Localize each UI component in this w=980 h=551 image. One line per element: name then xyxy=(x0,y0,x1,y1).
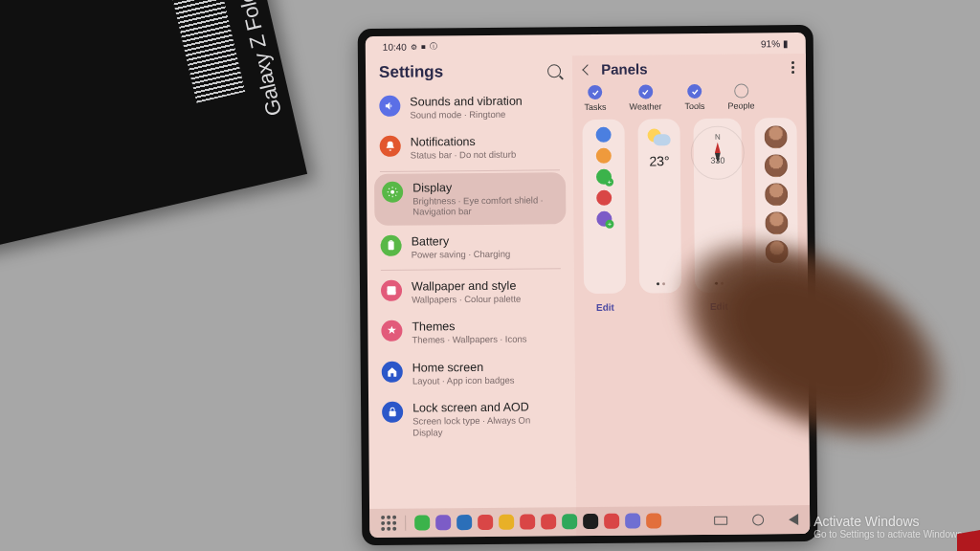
settings-item-wallpaper-and-style[interactable]: Wallpaper and styleWallpapers · Colour p… xyxy=(368,271,575,313)
panel-card-weather[interactable]: 23° xyxy=(638,119,682,293)
panels-title: Panels xyxy=(601,60,648,77)
settings-item-title: Sounds and vibration xyxy=(410,95,523,110)
svg-rect-4 xyxy=(390,411,396,417)
panel-card-people[interactable] xyxy=(754,118,798,292)
back-icon[interactable] xyxy=(583,64,593,75)
settings-item-title: Home screen xyxy=(412,360,515,375)
dock xyxy=(369,505,810,538)
avatar xyxy=(766,240,789,263)
panel-card-tools[interactable]: N 330 Edit xyxy=(694,119,743,293)
apps-grid-icon[interactable] xyxy=(381,516,396,531)
panel-chip-label: Weather xyxy=(630,101,662,111)
check-icon xyxy=(734,84,748,99)
dock-app-icon[interactable] xyxy=(457,515,472,530)
panel-chip-label: Tasks xyxy=(585,102,607,112)
settings-item-subtitle: Themes · Wallpapers · Icons xyxy=(412,334,526,345)
panel-chip-people[interactable]: People xyxy=(727,83,754,110)
panel-card-tasks[interactable]: ++ Edit xyxy=(583,120,627,294)
settings-item-subtitle: Power saving · Charging xyxy=(412,248,511,259)
edit-tasks[interactable]: Edit xyxy=(596,302,614,313)
volume-icon xyxy=(379,96,400,117)
bell-icon xyxy=(380,136,401,157)
product-box: Galaxy Z Fold6 xyxy=(0,0,307,252)
settings-item-lock-screen-and-aod[interactable]: Lock screen and AODScreen lock type · Al… xyxy=(368,392,576,446)
search-icon[interactable] xyxy=(547,64,561,77)
dock-app-icon[interactable] xyxy=(435,515,451,530)
settings-item-subtitle: Status bar · Do not disturb xyxy=(411,149,516,161)
product-name: Galaxy Z Fold6 xyxy=(232,0,287,119)
badge: + xyxy=(605,178,613,187)
barcode xyxy=(160,0,245,103)
dock-app-icon[interactable] xyxy=(541,514,556,529)
compass-icon: N 330 xyxy=(691,126,745,180)
settings-item-subtitle: Brightness · Eye comfort shield · Naviga… xyxy=(412,194,558,217)
status-right-icons: 91% ▮ xyxy=(761,38,789,49)
settings-item-battery[interactable]: BatteryPower saving · Charging xyxy=(367,226,574,268)
settings-item-title: Display xyxy=(412,180,558,195)
battery-icon xyxy=(381,234,402,255)
app-shortcut-icon: + xyxy=(596,169,612,185)
check-icon xyxy=(588,85,602,99)
svg-rect-2 xyxy=(390,240,392,241)
panel-chip-weather[interactable]: Weather xyxy=(629,84,661,111)
settings-item-title: Lock screen and AOD xyxy=(412,400,562,415)
weather-icon xyxy=(646,126,673,147)
settings-pane: Settings Sounds and vibrationSound mode … xyxy=(366,55,577,538)
settings-item-title: Wallpaper and style xyxy=(412,279,521,295)
panel-chip-tools[interactable]: Tools xyxy=(684,84,704,111)
windows-watermark: Activate Windows Go to Settings to activ… xyxy=(813,514,965,540)
svg-point-0 xyxy=(390,190,394,194)
nav-back-icon[interactable] xyxy=(789,514,798,525)
settings-item-sounds-and-vibration[interactable]: Sounds and vibrationSound mode · Rington… xyxy=(366,86,573,128)
nav-recent-icon[interactable] xyxy=(714,516,727,524)
divider xyxy=(380,169,560,172)
dock-app-icon[interactable] xyxy=(562,514,577,529)
dock-app-icon[interactable] xyxy=(414,515,430,530)
settings-item-notifications[interactable]: NotificationsStatus bar · Do not disturb xyxy=(367,127,574,169)
panels-pane: Panels TasksWeatherToolsPeople ++ Edit 2… xyxy=(572,54,810,536)
themes-icon xyxy=(381,320,402,342)
settings-list: Sounds and vibrationSound mode · Rington… xyxy=(366,86,575,446)
tablet-device: 10:40 ⚙ ■ ⓘ 91% ▮ Settings Sounds and vi… xyxy=(358,25,818,545)
app-shortcut-icon xyxy=(596,190,612,206)
settings-item-subtitle: Layout · App icon badges xyxy=(412,374,515,386)
settings-item-display[interactable]: DisplayBrightness · Eye comfort shield ·… xyxy=(374,172,567,226)
lock-icon xyxy=(382,402,403,423)
status-time: 10:40 xyxy=(383,41,407,52)
dock-app-icon[interactable] xyxy=(520,514,535,529)
settings-item-subtitle: Screen lock type · Always On Display xyxy=(412,414,562,437)
settings-item-subtitle: Wallpapers · Colour palette xyxy=(412,294,521,305)
app-shortcut-icon xyxy=(596,127,612,143)
avatar xyxy=(765,125,788,148)
dock-app-icon[interactable] xyxy=(478,515,493,530)
settings-item-themes[interactable]: ThemesThemes · Wallpapers · Icons xyxy=(368,311,575,353)
status-left-icons: ⚙ ■ ⓘ xyxy=(411,41,438,52)
panel-chips-row: TasksWeatherToolsPeople xyxy=(582,83,796,120)
nav-home-icon[interactable] xyxy=(752,514,764,525)
page-dots xyxy=(657,282,665,285)
page-dots xyxy=(715,282,724,285)
device-screen: 10:40 ⚙ ■ ⓘ 91% ▮ Settings Sounds and vi… xyxy=(366,33,811,538)
dock-app-icon[interactable] xyxy=(604,514,619,529)
check-icon xyxy=(687,84,702,99)
check-icon xyxy=(638,84,653,99)
corner-flag xyxy=(957,530,980,551)
settings-item-home-screen[interactable]: Home screenLayout · App icon badges xyxy=(368,352,576,394)
dock-app-icon[interactable] xyxy=(646,513,661,528)
weather-temp: 23° xyxy=(649,153,669,168)
settings-item-title: Battery xyxy=(412,233,511,249)
dock-app-icon[interactable] xyxy=(499,515,514,530)
panel-chip-tasks[interactable]: Tasks xyxy=(584,85,606,112)
dock-app-icon[interactable] xyxy=(583,514,598,529)
panel-chip-label: Tools xyxy=(684,101,704,111)
badge: + xyxy=(606,220,614,229)
settings-item-title: Notifications xyxy=(411,135,517,150)
svg-rect-1 xyxy=(389,241,394,250)
sun-icon xyxy=(382,181,403,202)
edit-tools[interactable]: Edit xyxy=(710,301,728,312)
nav-buttons xyxy=(714,514,798,526)
app-shortcut-icon: + xyxy=(597,211,612,227)
more-icon[interactable] xyxy=(791,61,794,74)
app-shortcut-icon xyxy=(596,148,612,164)
dock-app-icon[interactable] xyxy=(625,514,640,529)
